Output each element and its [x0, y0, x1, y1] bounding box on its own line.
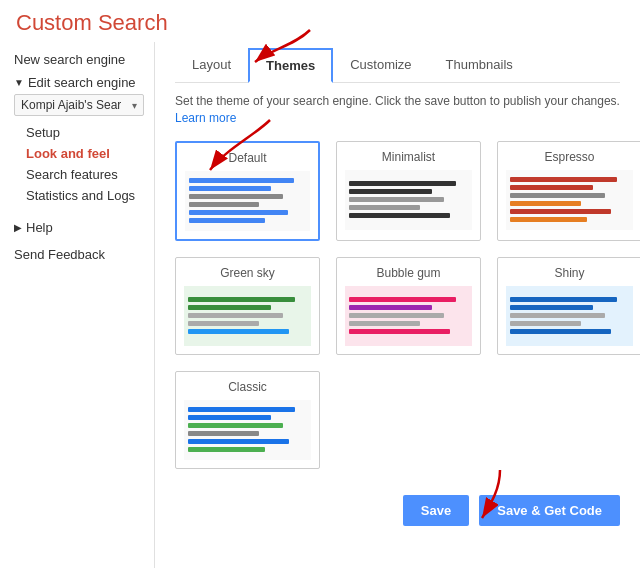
theme-label-minimalist: Minimalist	[345, 150, 472, 164]
theme-grid: Default Minimalist	[175, 141, 620, 469]
theme-label-shiny: Shiny	[506, 266, 633, 280]
theme-card-green-sky[interactable]: Green sky	[175, 257, 320, 355]
tab-themes[interactable]: Themes	[248, 48, 333, 83]
preview-line	[188, 407, 295, 412]
preview-line	[510, 209, 611, 214]
theme-preview-minimalist	[345, 170, 472, 230]
sidebar-item-feedback[interactable]: Send Feedback	[14, 243, 154, 266]
sidebar-edit-header[interactable]: ▼ Edit search engine	[14, 75, 154, 90]
preview-line	[188, 423, 283, 428]
theme-card-shiny[interactable]: Shiny	[497, 257, 640, 355]
theme-preview-green-sky	[184, 286, 311, 346]
theme-preview-espresso	[506, 170, 633, 230]
theme-card-bubble-gum[interactable]: Bubble gum	[336, 257, 481, 355]
save-get-code-button[interactable]: Save & Get Code	[479, 495, 620, 526]
preview-line	[188, 305, 271, 310]
tab-layout[interactable]: Layout	[175, 48, 248, 83]
tabs-bar: Layout Themes Customize Thumbnails	[175, 42, 620, 83]
collapse-arrow-icon: ▼	[14, 77, 24, 88]
preview-line	[188, 329, 289, 334]
theme-preview-bubble-gum	[345, 286, 472, 346]
sidebar-help-header[interactable]: ▶ Help	[14, 220, 154, 235]
preview-line	[188, 321, 259, 326]
preview-line	[510, 313, 605, 318]
sidebar-section-edit: ▼ Edit search engine Kompi Ajaib's Sear …	[14, 71, 154, 210]
preview-line	[188, 431, 259, 436]
engine-name: Kompi Ajaib's Sear	[21, 98, 121, 112]
sidebar-item-setup[interactable]: Setup	[26, 122, 154, 143]
preview-line	[510, 305, 593, 310]
preview-line	[349, 205, 420, 210]
page-title: Custom Search	[16, 10, 168, 35]
tab-customize[interactable]: Customize	[333, 48, 428, 83]
preview-line	[349, 181, 456, 186]
sidebar-item-edit-engine: Edit search engine	[28, 75, 136, 90]
engine-dropdown[interactable]: Kompi Ajaib's Sear ▾	[14, 94, 144, 116]
preview-line	[510, 217, 587, 222]
preview-line	[349, 197, 444, 202]
theme-preview-default	[185, 171, 310, 231]
preview-line	[188, 447, 265, 452]
preview-line	[188, 415, 271, 420]
preview-line	[189, 218, 265, 223]
preview-line	[188, 297, 295, 302]
preview-line	[349, 313, 444, 318]
preview-line	[349, 189, 432, 194]
sidebar-item-help[interactable]: Help	[26, 220, 53, 235]
sidebar-sub-menu: Setup Look and feel Search features Stat…	[14, 122, 154, 206]
learn-more-link[interactable]: Learn more	[175, 111, 236, 125]
preview-line	[189, 202, 259, 207]
preview-line	[349, 305, 432, 310]
theme-label-default: Default	[185, 151, 310, 165]
theme-card-default[interactable]: Default	[175, 141, 320, 241]
preview-line	[189, 194, 283, 199]
theme-label-green-sky: Green sky	[184, 266, 311, 280]
preview-line	[189, 186, 271, 191]
tab-thumbnails[interactable]: Thumbnails	[429, 48, 530, 83]
preview-line	[189, 210, 288, 215]
preview-line	[510, 201, 581, 206]
preview-line	[510, 297, 617, 302]
save-button[interactable]: Save	[403, 495, 469, 526]
preview-line	[188, 439, 289, 444]
help-arrow-icon: ▶	[14, 222, 22, 233]
theme-label-classic: Classic	[184, 380, 311, 394]
preview-line	[349, 329, 450, 334]
sidebar: New search engine ▼ Edit search engine K…	[0, 42, 155, 568]
sidebar-item-look-and-feel[interactable]: Look and feel	[26, 143, 154, 164]
theme-card-classic[interactable]: Classic	[175, 371, 320, 469]
preview-line	[349, 213, 450, 218]
preview-line	[510, 321, 581, 326]
sidebar-item-new-engine[interactable]: New search engine	[14, 48, 154, 71]
sidebar-item-search-features[interactable]: Search features	[26, 164, 154, 185]
preview-line	[510, 177, 617, 182]
preview-line	[189, 178, 294, 183]
theme-preview-classic	[184, 400, 311, 460]
content-area: Layout Themes Customize Thumbnails Set t…	[155, 42, 640, 568]
preview-line	[349, 297, 456, 302]
preview-line	[349, 321, 420, 326]
theme-label-bubble-gum: Bubble gum	[345, 266, 472, 280]
preview-line	[188, 313, 283, 318]
sidebar-help-section: ▶ Help	[14, 216, 154, 239]
sidebar-item-statistics[interactable]: Statistics and Logs	[26, 185, 154, 206]
dropdown-caret-icon: ▾	[132, 100, 137, 111]
description-text: Set the theme of your search engine. Cli…	[175, 93, 620, 127]
preview-line	[510, 329, 611, 334]
theme-card-espresso[interactable]: Espresso	[497, 141, 640, 241]
theme-label-espresso: Espresso	[506, 150, 633, 164]
theme-preview-shiny	[506, 286, 633, 346]
preview-line	[510, 185, 593, 190]
preview-line	[510, 193, 605, 198]
theme-card-minimalist[interactable]: Minimalist	[336, 141, 481, 241]
buttons-row: Save Save & Get Code	[175, 485, 620, 532]
